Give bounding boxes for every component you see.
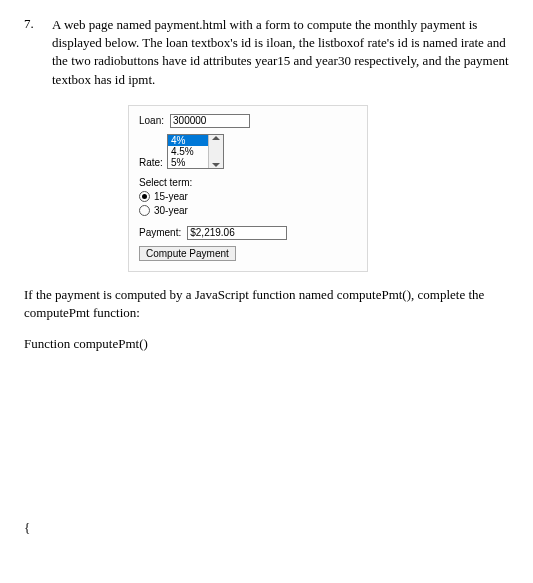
rate-listbox[interactable]: 4% 4.5% 5% bbox=[167, 134, 224, 169]
rate-option-0[interactable]: 4% bbox=[168, 135, 208, 146]
term15-radio[interactable] bbox=[139, 191, 150, 202]
question-text: A web page named payment.html with a for… bbox=[52, 16, 509, 89]
payment-input[interactable] bbox=[187, 226, 287, 240]
rate-option-2[interactable]: 5% bbox=[168, 157, 208, 168]
payment-form: Loan: Rate: 4% 4.5% 5% Select term: 15-y… bbox=[128, 105, 368, 272]
follow-up-text: If the payment is computed by a JavaScri… bbox=[24, 286, 509, 322]
term30-radio-label: 30-year bbox=[154, 205, 188, 216]
scroll-down-icon bbox=[212, 163, 220, 167]
compute-payment-button[interactable]: Compute Payment bbox=[139, 246, 236, 261]
scroll-up-icon bbox=[212, 136, 220, 140]
loan-label: Loan: bbox=[139, 115, 164, 126]
payment-label: Payment: bbox=[139, 227, 181, 238]
brace-open: { bbox=[24, 520, 509, 536]
loan-input[interactable] bbox=[170, 114, 250, 128]
rate-label: Rate: bbox=[139, 157, 163, 169]
function-header: Function computePmt() bbox=[24, 336, 509, 352]
select-term-label: Select term: bbox=[139, 177, 357, 188]
rate-scrollbar[interactable] bbox=[208, 135, 223, 168]
term30-radio[interactable] bbox=[139, 205, 150, 216]
rate-option-1[interactable]: 4.5% bbox=[168, 146, 208, 157]
term15-radio-label: 15-year bbox=[154, 191, 188, 202]
question-number: 7. bbox=[24, 16, 38, 89]
